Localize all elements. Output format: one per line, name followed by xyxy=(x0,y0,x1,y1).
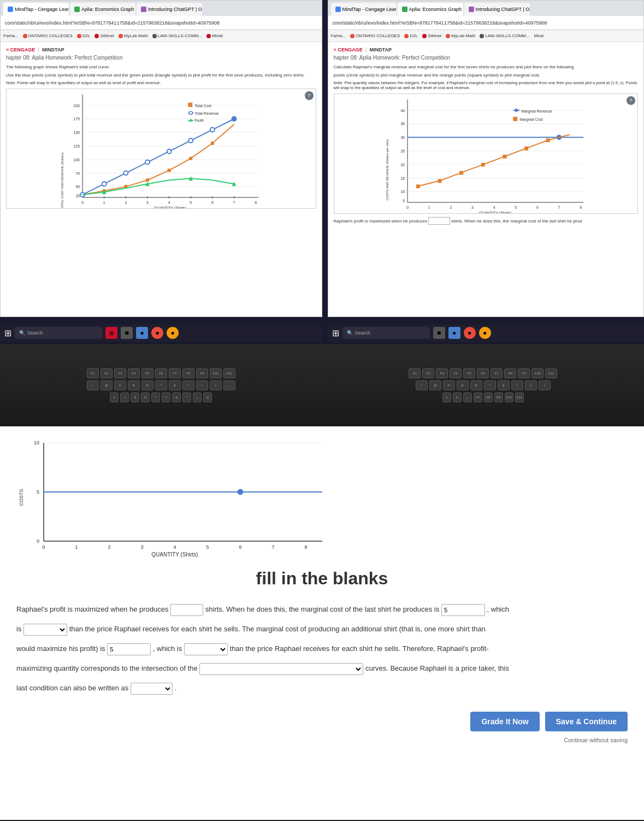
taskbar-r-icon-2: ■ xyxy=(433,327,445,339)
url-text: com/static/nb/ui/evo/index.html?eISBN=97… xyxy=(5,20,220,26)
svg-text:8: 8 xyxy=(255,201,257,204)
tab-chatgpt-left[interactable]: Introducing ChatGPT | Ope xyxy=(137,3,202,16)
svg-text:4: 4 xyxy=(173,544,176,550)
page-content-right: ≡ CENGAGE | MINDTAP hapter 08: Aplia Hom… xyxy=(328,42,644,316)
svg-text:Total Cost: Total Cost xyxy=(194,104,211,108)
taskbar-icon-4: ● xyxy=(151,327,163,339)
svg-text:35: 35 xyxy=(400,122,405,126)
completion-input[interactable] xyxy=(428,217,450,225)
url-bar-right[interactable]: com/static/nb/ui/evo/index.html?eISBN=97… xyxy=(328,16,644,30)
bookmark-law[interactable]: LAW-SKILLS-COMM... xyxy=(152,33,202,38)
browser-left: MindTap - Cengage Learni Aplia: Economic… xyxy=(0,0,322,317)
aplia-tab-icon-r xyxy=(402,7,407,12)
tab-aplia-left[interactable]: Aplia: Economics Graph To xyxy=(70,3,135,16)
svg-text:175: 175 xyxy=(74,118,80,121)
bookmark-d2l[interactable]: D2L xyxy=(77,33,91,38)
graph-svg-right: 40 35 30 25 20 15 10 5 0 1 2 3 4 xyxy=(334,94,638,213)
question-right-2: points (circle symbol) to plot marginal … xyxy=(334,72,639,78)
dropdown-1[interactable]: less greater equal xyxy=(23,624,67,636)
bookmark-simnet[interactable]: SIMnet xyxy=(94,33,114,38)
tab-chatgpt-label-r: Introducing ChatGPT | Ope xyxy=(476,7,530,12)
dropdown-4[interactable]: P = MC MR = MC xyxy=(131,683,173,695)
ontario-icon xyxy=(23,34,27,38)
bookmark-law-r[interactable]: LAW-SKILLS-COMM... xyxy=(480,33,529,38)
cengage-header-right: ≡ CENGAGE | MINDTAP xyxy=(334,46,639,52)
blank-3-input[interactable] xyxy=(107,643,151,655)
tab-chatgpt-right[interactable]: Introducing ChatGPT | Ope xyxy=(464,3,530,16)
bookmark-mind-r[interactable]: Mind xyxy=(534,33,543,38)
svg-text:6: 6 xyxy=(239,544,241,550)
laptop-left: MindTap - Cengage Learni Aplia: Economic… xyxy=(0,0,322,426)
svg-text:25: 25 xyxy=(400,149,405,153)
note-right: Note: Plot quantity values between the i… xyxy=(334,80,639,90)
mindtap-logo-r: MINDTAP xyxy=(370,47,392,52)
key-row-2: ! @ # $ % ^ & * ( ) _ xyxy=(87,380,235,390)
svg-text:50: 50 xyxy=(75,185,80,189)
svg-text:4: 4 xyxy=(168,201,170,204)
dropdown-3[interactable]: marginal cost and marginal revenue suppl… xyxy=(199,663,363,675)
chapter-title-left: hapter 08: Aplia Homework: Perfect Compe… xyxy=(6,55,316,61)
sentence5-before: last condition can also be written as xyxy=(16,684,128,692)
dropdown-2[interactable]: less greater equal xyxy=(184,643,228,655)
svg-text:Profit: Profit xyxy=(194,119,203,123)
blank-1-input[interactable] xyxy=(170,604,203,616)
svg-text:COSTS AND REVENUE (Dollars per: COSTS AND REVENUE (Dollars per shirt) xyxy=(386,139,389,201)
taskbar-icon-5: ● xyxy=(167,327,179,339)
svg-point-41 xyxy=(123,171,128,175)
url-text-r: com/static/nb/ui/evo/index.html?eISBN=97… xyxy=(333,20,547,26)
svg-rect-93 xyxy=(503,155,506,159)
bookmark-d2l-r[interactable]: D2L xyxy=(404,33,418,38)
d2l-icon-r xyxy=(404,34,409,38)
continue-without[interactable]: Continue without saving xyxy=(16,737,628,743)
svg-rect-99 xyxy=(513,117,517,121)
buttons-row: Grade It Now Save & Continue Continue wi… xyxy=(16,712,628,743)
svg-text:0: 0 xyxy=(406,206,409,209)
bookmark-simnet-r[interactable]: SIMnet xyxy=(422,33,441,38)
tab-mindtap-right[interactable]: MindTap - Cengage Learni xyxy=(331,3,397,16)
fill-sentence-1: Raphael's profit is maximized when he pr… xyxy=(16,602,628,617)
bookmark-mylab[interactable]: MyLab Math xyxy=(119,33,148,38)
bookmark-mindt[interactable]: Mindt xyxy=(206,33,223,38)
d2l-icon xyxy=(77,34,81,38)
svg-text:125: 125 xyxy=(74,144,80,148)
svg-rect-94 xyxy=(524,146,528,150)
svg-text:4: 4 xyxy=(493,206,495,209)
sentence4-before: maximizing quantity corresponds to the i… xyxy=(16,664,198,672)
svg-rect-91 xyxy=(459,171,463,175)
blank-2-input[interactable] xyxy=(441,604,485,616)
bookmark-ontario[interactable]: ONTARIO COLLEGES xyxy=(23,33,73,38)
svg-text:Marginal Cost: Marginal Cost xyxy=(519,118,543,122)
svg-text:5: 5 xyxy=(37,489,39,495)
browser-tabs-right: MindTap - Cengage Learni Aplia: Economic… xyxy=(328,1,644,16)
help-button-left[interactable]: ? xyxy=(305,91,314,100)
save-button[interactable]: Save & Continue xyxy=(545,712,628,731)
taskbar-left: ⊞ 🔍 Search ⊞ ■ ● ● ● xyxy=(0,324,322,342)
tab-aplia-right[interactable]: Aplia: Economics Graph To xyxy=(398,3,463,16)
svg-text:10: 10 xyxy=(400,190,405,194)
svg-text:0: 0 xyxy=(81,201,84,204)
tab-mindtap-left[interactable]: MindTap - Cengage Learni xyxy=(3,3,69,16)
taskbar-r-icon-4: ● xyxy=(464,327,476,339)
svg-text:Marginal Revenue: Marginal Revenue xyxy=(521,109,552,114)
search-bar-right[interactable]: 🔍 Search xyxy=(342,327,430,339)
svg-text:1: 1 xyxy=(75,544,78,550)
bookmark-farha[interactable]: Farha... xyxy=(3,33,19,38)
svg-text:QUANTITY (Shirts): QUANTITY (Shirts) xyxy=(154,206,186,208)
windows-icon-left[interactable]: ⊞ xyxy=(4,328,11,338)
search-bar-left[interactable]: 🔍 Search xyxy=(15,327,102,339)
bookmark-mylab-r[interactable]: MyLab Math xyxy=(446,33,475,38)
note-left: Note: Points will snap to the quantities… xyxy=(6,80,316,85)
bottom-graph-container: COSTS 0 5 10 0 1 2 3 4 5 6 7 8 QUANTITY … xyxy=(16,437,333,558)
url-bar-left[interactable]: com/static/nb/ui/evo/index.html?eISBN=97… xyxy=(1,16,322,30)
svg-text:5: 5 xyxy=(515,206,517,209)
fill-sentence-2: is less greater equal than the price Rap… xyxy=(16,622,628,636)
bookmark-ontario-r[interactable]: ONTARIO COLLEGES xyxy=(350,33,400,38)
chatgpt-tab-icon-r xyxy=(469,7,474,12)
svg-text:QUANTITY (Shirts): QUANTITY (Shirts) xyxy=(479,211,511,213)
grade-button[interactable]: Grade It Now xyxy=(470,712,539,731)
svg-text:0: 0 xyxy=(37,538,39,544)
tab-aplia-label-r: Aplia: Economics Graph To xyxy=(409,7,463,12)
windows-icon-right[interactable]: ⊞ xyxy=(332,328,339,338)
svg-text:7: 7 xyxy=(271,544,274,550)
sentence4-after: curves. Because Raphael is a price taker… xyxy=(365,664,509,672)
